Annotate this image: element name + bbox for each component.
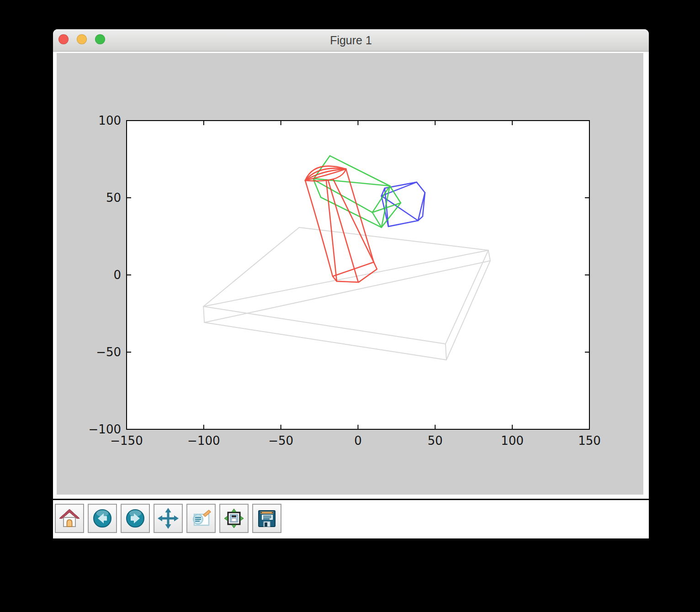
toolbar-zoom-button[interactable] — [186, 504, 216, 533]
toolbar-window — [53, 500, 649, 538]
y-tick-label: 50 — [106, 191, 121, 205]
toolbar-pan-button[interactable] — [154, 504, 183, 533]
x-tick-label: −100 — [187, 434, 220, 448]
toolbar-forward-button[interactable] — [121, 504, 150, 533]
subplots-icon — [223, 507, 245, 529]
x-tick-label: 0 — [354, 434, 362, 448]
zoom-rect-icon — [190, 507, 212, 529]
plot-canvas[interactable]: −150−100−50050100150−100−50050100 — [57, 53, 643, 495]
y-tick-label: −100 — [89, 422, 121, 436]
y-tick-label: −50 — [96, 345, 121, 359]
toolbar-home-button[interactable] — [55, 504, 84, 533]
axes-background — [127, 121, 589, 429]
save-icon — [256, 507, 278, 529]
x-tick-label: 100 — [501, 434, 524, 448]
x-tick-label: −50 — [268, 434, 293, 448]
toolbar-back-button[interactable] — [88, 504, 117, 533]
toolbar-subplots-button[interactable] — [219, 504, 249, 533]
x-tick-label: 50 — [428, 434, 443, 448]
pan-arrows-icon — [157, 507, 179, 529]
window-title: Figure 1 — [53, 29, 649, 51]
figure-content: −150−100−50050100150−100−50050100 — [53, 52, 649, 499]
figure-area: −150−100−50050100150−100−50050100 — [57, 53, 643, 495]
back-arrow-icon — [91, 507, 113, 529]
title-bar[interactable]: Figure 1 — [53, 29, 649, 52]
home-icon — [58, 507, 80, 529]
figure-window: Figure 1 −150−100−50050100150−100−500501… — [53, 29, 649, 499]
forward-arrow-icon — [124, 507, 146, 529]
y-tick-label: 0 — [113, 268, 121, 282]
toolbar-save-button[interactable] — [252, 504, 281, 533]
x-tick-label: 150 — [578, 434, 601, 448]
toolbar — [55, 504, 281, 533]
y-tick-label: 100 — [98, 114, 121, 127]
